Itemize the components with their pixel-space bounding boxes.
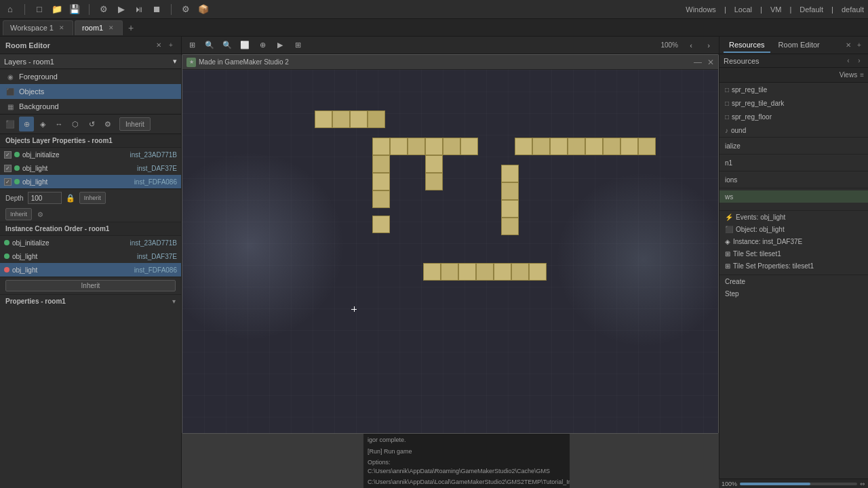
save-icon[interactable]: 💾	[68, 3, 81, 16]
layer-objects[interactable]: ⬛ Objects	[0, 84, 181, 99]
ico-row-2[interactable]: obj_light inst_DAF37E	[0, 249, 181, 263]
gear-btn[interactable]: ⚙	[35, 209, 45, 220]
tool-settings2[interactable]: ⚙	[100, 117, 115, 131]
rt-extra-btn[interactable]: ⊞	[290, 39, 305, 52]
play-icon[interactable]: ▶	[115, 3, 127, 16]
rp-section-ialize[interactable]: ialize	[719, 140, 868, 152]
obj-layer-header: Objects Layer Properties - room1	[0, 134, 181, 148]
lock-icon[interactable]: 🔒	[66, 194, 75, 203]
inherit-depth2-btn[interactable]: Inherit	[5, 208, 32, 220]
step-icon[interactable]: ⏯	[133, 3, 145, 16]
tab-add-button[interactable]: +	[124, 21, 138, 35]
rp-instance-label[interactable]: ◈ Instance: inst_DAF37E	[719, 235, 868, 247]
tab-workspace1[interactable]: Workspace 1 ✕	[3, 20, 73, 35]
open-icon[interactable]: 📁	[51, 3, 63, 16]
rp-expand-btn[interactable]: ›	[854, 56, 864, 66]
properties-section: Properties - room1 ▾	[0, 294, 181, 308]
tile-right-bar	[501, 165, 519, 235]
home-icon[interactable]: ⌂	[4, 3, 16, 16]
room-tab-close[interactable]: ✕	[107, 24, 115, 32]
tab-room1[interactable]: room1 ✕	[75, 20, 123, 35]
rp-section-ions[interactable]: ions	[719, 174, 868, 186]
rp-tree-spr-tile[interactable]: □ spr_reg_tile	[719, 83, 868, 96]
game-window[interactable]: ★ Made in GameMaker Studio 2 — ✕	[182, 54, 719, 434]
menu-vm[interactable]: VM	[770, 5, 782, 14]
zoom-label: 100%	[722, 481, 737, 487]
rt-fit-btn[interactable]: ⬜	[237, 39, 252, 52]
tool-fill[interactable]: ⬡	[68, 117, 83, 131]
rt-zoomout-btn[interactable]: 🔍	[220, 39, 235, 52]
game-canvas[interactable]	[182, 70, 718, 433]
instance-row-1[interactable]: ✓ obj_initialize inst_23AD771B	[0, 148, 181, 161]
inherit-full-btn[interactable]: Inherit	[5, 280, 176, 291]
ico-row-3[interactable]: obj_light inst_FDFA086	[0, 263, 181, 277]
rp-section-ws[interactable]: ws	[719, 190, 868, 203]
layer-background[interactable]: ▦ Background	[0, 99, 181, 114]
rp-section-n1[interactable]: n1	[719, 157, 868, 169]
rt-snap-btn[interactable]: ⊕	[255, 39, 270, 52]
tool-draw[interactable]: ⊕	[19, 117, 34, 131]
rp-create-item[interactable]: Create	[719, 275, 868, 287]
gw-minimize-btn[interactable]: —	[694, 58, 702, 67]
menu-local[interactable]: Local	[734, 5, 752, 14]
menu-default2[interactable]: default	[842, 5, 864, 14]
rp-close-btn[interactable]: ✕	[844, 41, 853, 50]
stop-icon[interactable]: ⏹	[151, 3, 163, 16]
menu-default[interactable]: Default	[800, 5, 823, 14]
gw-close-btn[interactable]: ✕	[707, 58, 714, 67]
room-editor-header: Room Editor ✕ +	[0, 37, 181, 54]
gw-icon: ★	[186, 58, 196, 67]
tool-rotate[interactable]: ↺	[84, 117, 99, 131]
new-file-icon[interactable]: □	[33, 3, 45, 16]
panel-close-btn[interactable]: ✕	[154, 41, 163, 50]
instance-dot-2	[14, 165, 20, 171]
inherit-main-btn[interactable]: Inherit	[119, 117, 151, 131]
rp-tree-spr-tile-dark[interactable]: □ spr_reg_tile_dark	[719, 96, 868, 110]
rp-nav-icons: ‹ ›	[844, 56, 864, 66]
zoom-scroll-icon[interactable]: ⇔	[860, 481, 865, 487]
instance-inst-3: inst_FDFA086	[134, 178, 177, 186]
menu-windows[interactable]: Windows	[686, 5, 716, 14]
settings-icon[interactable]: ⚙	[180, 3, 192, 16]
properties-arrow[interactable]: ▾	[172, 298, 176, 305]
rp-tree-spr-floor[interactable]: □ spr_reg_floor	[719, 110, 868, 123]
ico-dot-3	[4, 267, 9, 272]
rt-play-btn[interactable]: ▶	[273, 39, 288, 52]
dungeon-background	[182, 70, 718, 433]
instance-obj-3: obj_light	[22, 178, 132, 186]
tool-erase[interactable]: ◈	[35, 117, 50, 131]
build-icon[interactable]: ⚙	[98, 3, 110, 16]
menu-sep-2: |	[760, 5, 762, 14]
inherit-depth-btn[interactable]: Inherit	[79, 192, 106, 204]
rp-instance-icon: ◈	[725, 238, 730, 245]
panel-add-btn[interactable]: +	[166, 41, 176, 50]
rp-collapse-btn[interactable]: ‹	[844, 56, 853, 66]
layer-selector[interactable]: Layers - room1 ▾	[0, 54, 181, 69]
tool-move[interactable]: ↔	[52, 117, 66, 131]
rp-events-label[interactable]: ⚡ Events: obj_light	[719, 211, 868, 223]
workspace-tab-close[interactable]: ✕	[58, 24, 66, 32]
rp-tree-sound[interactable]: ♪ ound	[719, 123, 868, 137]
rt-scroll-left[interactable]: ‹	[684, 39, 698, 52]
tool-select[interactable]: ⬛	[3, 117, 18, 131]
rt-grid-btn[interactable]: ⊞	[184, 39, 199, 52]
instance-check-2[interactable]: ✓	[4, 165, 12, 172]
rp-add-btn[interactable]: +	[854, 41, 864, 50]
instance-check-1[interactable]: ✓	[4, 151, 12, 159]
instance-row-3[interactable]: ✓ obj_light inst_FDFA086	[0, 175, 181, 188]
rp-tileset-label[interactable]: ⊞ Tile Set: tileset1	[719, 247, 868, 260]
depth-input[interactable]	[28, 192, 62, 204]
package-icon[interactable]: 📦	[197, 3, 210, 16]
instance-check-3[interactable]: ✓	[4, 178, 12, 186]
rp-tab-roomeditor[interactable]: Room Editor	[773, 38, 825, 53]
layer-foreground[interactable]: ◉ Foreground	[0, 69, 181, 84]
rp-step-item[interactable]: Step	[719, 287, 868, 300]
rp-object-label[interactable]: ⬛ Object: obj_light	[719, 223, 868, 235]
rp-tileset-props-label[interactable]: ⊞ Tile Set Properties: tileset1	[719, 260, 868, 272]
rt-scroll-right[interactable]: ›	[701, 39, 716, 52]
ico-row-1[interactable]: obj_initialize inst_23AD771B	[0, 236, 181, 249]
instance-row-2[interactable]: ✓ obj_light inst_DAF37E	[0, 161, 181, 175]
rt-zoomin-btn[interactable]: 🔍	[202, 39, 217, 52]
instance-dot-3	[14, 179, 20, 184]
rp-tab-resources[interactable]: Resources	[724, 38, 770, 53]
